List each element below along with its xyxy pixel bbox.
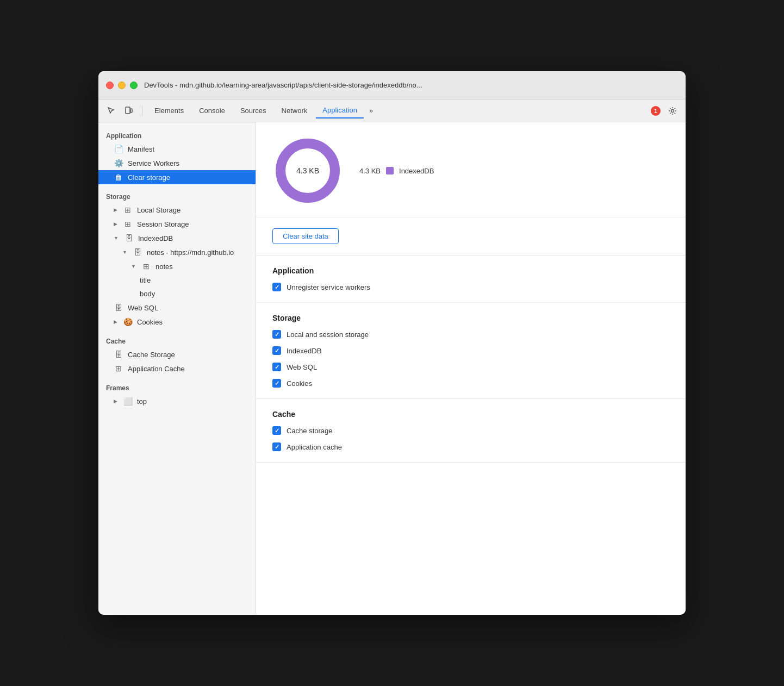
sidebar-item-app-cache[interactable]: ⊞ Application Cache <box>98 361 256 376</box>
tab-sources[interactable]: Sources <box>234 103 273 119</box>
manifest-icon: 📄 <box>114 145 123 153</box>
check-icon: ✓ <box>275 380 279 387</box>
chart-legend: 4.3 KB IndexedDB <box>359 167 434 175</box>
session-storage-icon: ⊞ <box>123 220 133 228</box>
settings-icon[interactable] <box>665 103 680 119</box>
frame-icon: ⬜ <box>123 397 133 406</box>
sidebar-item-top[interactable]: ▶ ⬜ top <box>98 394 256 408</box>
sidebar-item-clear-storage[interactable]: 🗑 Clear storage <box>98 170 256 184</box>
main-layout: Application 📄 Manifest ⚙️ Service Worker… <box>98 122 686 615</box>
websql-checkbox[interactable]: ✓ <box>272 363 281 371</box>
traffic-lights <box>106 82 138 89</box>
triangle-icon: ▶ <box>114 398 117 404</box>
tab-elements[interactable]: Elements <box>148 103 190 119</box>
maximize-button[interactable] <box>130 82 138 89</box>
sidebar-item-title[interactable]: title <box>98 273 256 287</box>
check-icon: ✓ <box>275 444 279 451</box>
app-cache-icon: ⊞ <box>114 364 123 373</box>
sidebar-frames-label: Frames <box>98 380 256 394</box>
tab-console[interactable]: Console <box>192 103 232 119</box>
cookies-item[interactable]: ✓ Cookies <box>272 379 669 388</box>
chart-section: 4.3 KB 4.3 KB IndexedDB <box>256 122 686 217</box>
sidebar-item-service-workers[interactable]: ⚙️ Service Workers <box>98 156 256 170</box>
trash-icon: 🗑 <box>114 173 123 182</box>
sidebar-item-session-storage[interactable]: ▶ ⊞ Session Storage <box>98 217 256 231</box>
storage-settings-section: Storage ✓ Local and session storage ✓ In… <box>256 303 686 399</box>
app-cache-item[interactable]: ✓ Application cache <box>272 442 669 451</box>
cookies-label: Cookies <box>287 379 312 388</box>
indexeddb-icon: 🗄 <box>124 234 134 242</box>
toolbar-right: 1 <box>651 103 680 119</box>
indexeddb-label: IndexedDB <box>287 347 321 355</box>
sidebar-item-notes-store[interactable]: ▼ ⊞ notes <box>98 259 256 273</box>
sidebar: Application 📄 Manifest ⚙️ Service Worker… <box>98 122 256 615</box>
websql-icon: 🗄 <box>114 303 123 312</box>
cache-storage-checkbox[interactable]: ✓ <box>272 426 281 435</box>
clear-section: Clear site data <box>256 217 686 255</box>
titlebar: DevTools - mdn.github.io/learning-area/j… <box>98 71 686 99</box>
gear-icon: ⚙️ <box>114 159 123 167</box>
websql-item[interactable]: ✓ Web SQL <box>272 363 669 371</box>
tab-application[interactable]: Application <box>316 103 364 119</box>
sidebar-item-websql[interactable]: 🗄 Web SQL <box>98 301 256 315</box>
unregister-service-workers-label: Unregister service workers <box>287 283 370 291</box>
storage-section-title: Storage <box>272 314 669 322</box>
devtools-window: DevTools - mdn.github.io/learning-area/j… <box>98 71 686 615</box>
minimize-button[interactable] <box>118 82 126 89</box>
unregister-service-workers-item[interactable]: ✓ Unregister service workers <box>272 283 669 291</box>
sidebar-item-cookies[interactable]: ▶ 🍪 Cookies <box>98 315 256 329</box>
database-icon: 🗄 <box>133 248 142 257</box>
check-icon: ✓ <box>275 331 279 338</box>
donut-chart: 4.3 KB <box>272 135 343 206</box>
cache-storage-icon: 🗄 <box>114 350 123 359</box>
application-settings-section: Application ✓ Unregister service workers <box>256 255 686 303</box>
legend-label: IndexedDB <box>399 167 434 175</box>
legend-color-box <box>386 167 394 174</box>
triangle-icon: ▶ <box>114 319 117 325</box>
local-session-storage-label: Local and session storage <box>287 330 369 339</box>
check-icon: ✓ <box>275 364 279 371</box>
tab-network[interactable]: Network <box>275 103 314 119</box>
local-session-storage-item[interactable]: ✓ Local and session storage <box>272 330 669 339</box>
table-icon: ⊞ <box>141 262 151 271</box>
check-icon: ✓ <box>275 284 279 291</box>
more-tabs-button[interactable]: » <box>366 104 376 117</box>
sidebar-item-cache-storage[interactable]: 🗄 Cache Storage <box>98 347 256 361</box>
sidebar-storage-label: Storage <box>98 189 256 203</box>
toolbar: Elements Console Sources Network Applica… <box>98 99 686 122</box>
application-section-title: Application <box>272 266 669 275</box>
svg-rect-1 <box>130 109 132 113</box>
sidebar-item-body[interactable]: body <box>98 287 256 301</box>
check-icon: ✓ <box>275 427 279 434</box>
legend-value: 4.3 KB <box>359 167 381 175</box>
app-cache-checkbox[interactable]: ✓ <box>272 442 281 451</box>
cache-storage-item[interactable]: ✓ Cache storage <box>272 426 669 435</box>
websql-storage-label: Web SQL <box>287 363 317 371</box>
svg-rect-0 <box>126 107 130 114</box>
triangle-icon: ▼ <box>114 235 119 241</box>
triangle-icon: ▼ <box>122 250 127 255</box>
sidebar-item-local-storage[interactable]: ▶ ⊞ Local Storage <box>98 203 256 217</box>
local-session-storage-checkbox[interactable]: ✓ <box>272 330 281 339</box>
inspect-icon[interactable] <box>104 103 119 119</box>
sidebar-item-manifest[interactable]: 📄 Manifest <box>98 142 256 156</box>
sidebar-cache-label: Cache <box>98 333 256 347</box>
clear-site-data-button[interactable]: Clear site data <box>272 228 339 244</box>
donut-center-label: 4.3 KB <box>296 166 319 175</box>
cache-storage-label: Cache storage <box>287 427 333 435</box>
close-button[interactable] <box>106 82 114 89</box>
triangle-icon: ▶ <box>114 207 117 213</box>
sidebar-item-notes-db[interactable]: ▼ 🗄 notes - https://mdn.github.io <box>98 245 256 259</box>
unregister-service-workers-checkbox[interactable]: ✓ <box>272 283 281 291</box>
sidebar-item-indexeddb[interactable]: ▼ 🗄 IndexedDB <box>98 231 256 245</box>
cookie-icon: 🍪 <box>123 317 133 326</box>
device-icon[interactable] <box>121 103 136 119</box>
triangle-icon: ▼ <box>131 264 136 269</box>
indexeddb-checkbox[interactable]: ✓ <box>272 346 281 355</box>
cache-settings-section: Cache ✓ Cache storage ✓ Application cach… <box>256 399 686 463</box>
cookies-checkbox[interactable]: ✓ <box>272 379 281 388</box>
local-storage-icon: ⊞ <box>123 205 133 214</box>
window-title: DevTools - mdn.github.io/learning-area/j… <box>144 81 678 89</box>
indexeddb-item[interactable]: ✓ IndexedDB <box>272 346 669 355</box>
toolbar-divider <box>142 105 142 116</box>
